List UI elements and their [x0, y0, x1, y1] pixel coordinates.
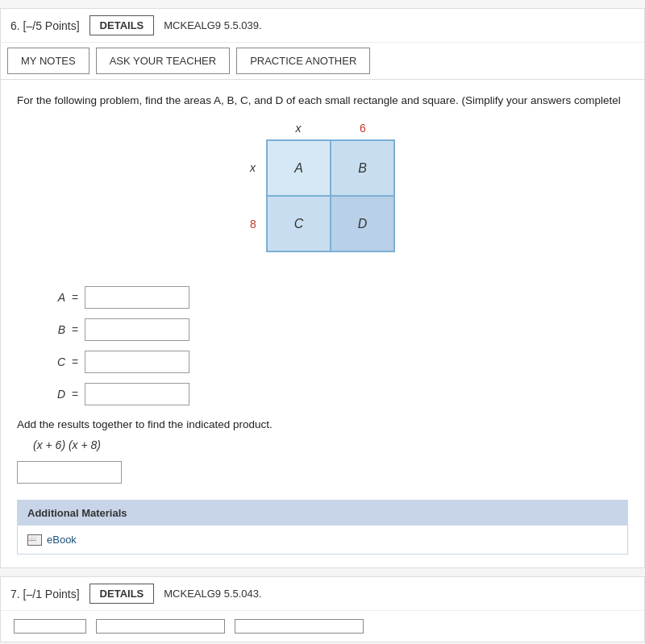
- product-section: Add the results together to find the ind…: [17, 418, 628, 484]
- equals-a: =: [72, 291, 78, 304]
- answer-row-a: A =: [41, 286, 628, 309]
- answer-row-d: D =: [41, 383, 628, 405]
- left-label-8: 8: [250, 196, 256, 252]
- label-a: A: [41, 291, 65, 304]
- q7-btn-3[interactable]: [235, 619, 364, 634]
- question-6-code: MCKEALG9 5.5.039.: [164, 19, 261, 31]
- cell-d: D: [331, 196, 394, 251]
- label-d: D: [41, 388, 65, 401]
- equals-b: =: [72, 323, 78, 336]
- question-6-block: 6. [–/5 Points] DETAILS MCKEALG9 5.5.039…: [0, 8, 645, 568]
- problem-text: For the following problem, find the area…: [17, 93, 628, 109]
- label-c: C: [41, 355, 65, 368]
- q7-btn-1[interactable]: [14, 619, 86, 634]
- product-expression: (x + 6) (x + 8): [33, 438, 628, 451]
- grid-container: A B C D: [266, 139, 395, 252]
- ask-teacher-button[interactable]: ASK YOUR TEACHER: [96, 48, 230, 74]
- cell-a: A: [267, 140, 331, 196]
- q7-btn-2[interactable]: [96, 619, 225, 634]
- input-c[interactable]: [85, 351, 189, 373]
- additional-materials-body: 📖 eBook: [18, 526, 627, 554]
- answer-inputs: A = B = C = D =: [41, 286, 628, 405]
- input-b[interactable]: [85, 318, 189, 341]
- details-button-6[interactable]: DETAILS: [89, 15, 155, 35]
- equals-d: =: [72, 388, 78, 401]
- question-7-number: 7. [–/1 Points]: [10, 588, 80, 600]
- ebook-label: eBook: [47, 534, 77, 546]
- cell-b: B: [331, 140, 394, 196]
- question-7-header: 7. [–/1 Points] DETAILS MCKEALG9 5.5.043…: [1, 577, 644, 611]
- question-7-buttons: [1, 611, 644, 642]
- product-input[interactable]: [17, 461, 122, 484]
- diagram-area: x 6 x 8 A B C D: [17, 122, 628, 267]
- cell-c: C: [267, 196, 331, 251]
- question-6-number: 6. [–/5 Points]: [10, 19, 80, 32]
- label-b: B: [41, 323, 65, 336]
- top-label-x: x: [266, 122, 331, 135]
- question-6-header: 6. [–/5 Points] DETAILS MCKEALG9 5.5.039…: [1, 9, 644, 43]
- top-labels: x 6: [266, 122, 395, 135]
- answer-row-b: B =: [41, 318, 628, 341]
- ebook-link[interactable]: 📖 eBook: [27, 534, 618, 546]
- practice-another-button[interactable]: PRACTICE ANOTHER: [236, 48, 370, 74]
- input-d[interactable]: [85, 383, 189, 405]
- input-a[interactable]: [85, 286, 189, 309]
- left-labels: x 8: [250, 139, 256, 252]
- details-button-7[interactable]: DETAILS: [89, 584, 155, 604]
- additional-materials-header: Additional Materials: [18, 501, 627, 526]
- answer-row-c: C =: [41, 351, 628, 373]
- question-7-block: 7. [–/1 Points] DETAILS MCKEALG9 5.5.043…: [0, 576, 645, 642]
- diagram-wrapper: x 6 x 8 A B C D: [242, 122, 403, 267]
- action-buttons-row: MY NOTES ASK YOUR TEACHER PRACTICE ANOTH…: [1, 43, 644, 80]
- question-7-code: MCKEALG9 5.5.043.: [164, 588, 261, 600]
- ebook-icon: 📖: [27, 534, 42, 546]
- product-text: Add the results together to find the ind…: [17, 418, 628, 430]
- equals-c: =: [72, 355, 78, 368]
- question-6-content: For the following problem, find the area…: [1, 80, 644, 567]
- additional-materials: Additional Materials 📖 eBook: [17, 500, 628, 555]
- top-label-6: 6: [331, 122, 395, 135]
- left-label-x: x: [250, 139, 256, 196]
- my-notes-button[interactable]: MY NOTES: [7, 48, 89, 74]
